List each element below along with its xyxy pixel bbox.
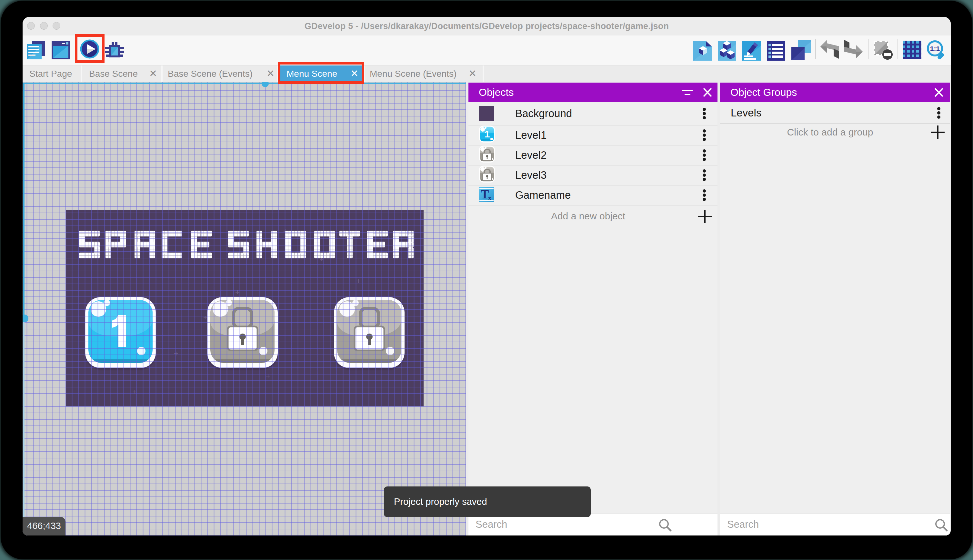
svg-text:1:1: 1:1 xyxy=(930,45,940,52)
svg-text:1: 1 xyxy=(485,129,490,139)
svg-text:x: x xyxy=(488,193,491,202)
